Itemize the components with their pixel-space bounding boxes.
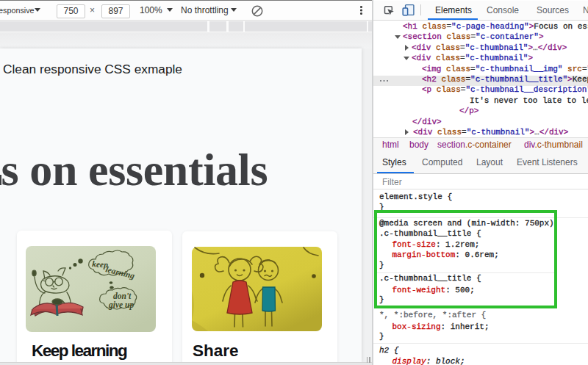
svg-text:don't: don't [113,292,132,300]
svg-text:give up: give up [108,300,134,310]
